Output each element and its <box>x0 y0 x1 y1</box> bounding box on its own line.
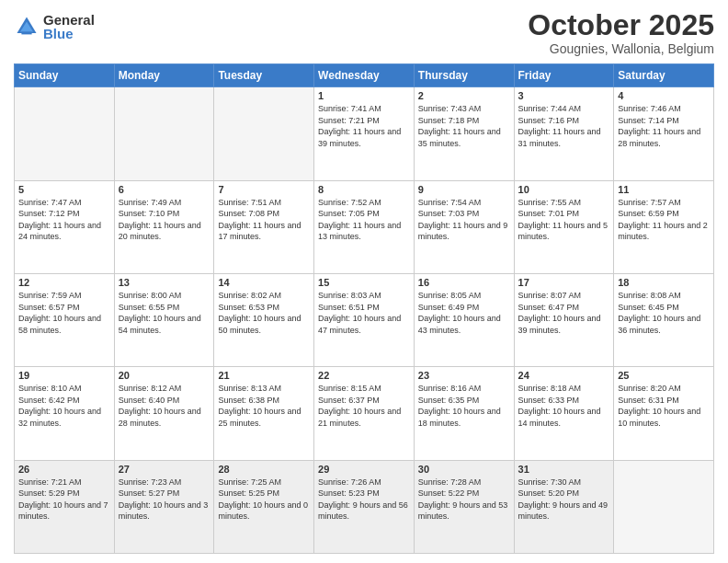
day-info: Sunrise: 8:02 AMSunset: 6:53 PMDaylight:… <box>218 290 310 336</box>
day-number: 27 <box>119 464 210 475</box>
day-number: 15 <box>318 277 410 288</box>
logo-general: General <box>43 13 95 27</box>
table-row: 2Sunrise: 7:43 AMSunset: 7:18 PMDaylight… <box>414 87 514 180</box>
day-info: Sunrise: 7:44 AMSunset: 7:16 PMDaylight:… <box>518 103 610 149</box>
col-wednesday: Wednesday <box>314 64 415 87</box>
day-info: Sunrise: 8:20 AMSunset: 6:31 PMDaylight:… <box>618 383 710 429</box>
logo-blue: Blue <box>43 27 95 40</box>
day-number: 4 <box>618 90 710 101</box>
day-info: Sunrise: 7:28 AMSunset: 5:22 PMDaylight:… <box>418 477 510 523</box>
day-number: 13 <box>119 277 210 288</box>
day-info: Sunrise: 8:03 AMSunset: 6:51 PMDaylight:… <box>318 290 410 336</box>
month-title: October 2025 <box>528 9 714 41</box>
table-row: 25Sunrise: 8:20 AMSunset: 6:31 PMDayligh… <box>614 367 714 460</box>
table-row: 13Sunrise: 8:00 AMSunset: 6:55 PMDayligh… <box>114 273 214 366</box>
calendar-header-row: Sunday Monday Tuesday Wednesday Thursday… <box>15 64 714 87</box>
table-row: 9Sunrise: 7:54 AMSunset: 7:03 PMDaylight… <box>414 180 514 273</box>
day-number: 14 <box>218 277 310 288</box>
day-number: 22 <box>318 370 410 381</box>
day-number: 9 <box>418 184 510 195</box>
page: General Blue October 2025 Gougnies, Wall… <box>0 0 728 563</box>
day-number: 3 <box>518 90 610 101</box>
day-number: 30 <box>418 464 510 475</box>
day-info: Sunrise: 8:13 AMSunset: 6:38 PMDaylight:… <box>218 383 310 429</box>
logo-icon <box>14 14 40 40</box>
location: Gougnies, Wallonia, Belgium <box>528 41 714 56</box>
col-tuesday: Tuesday <box>214 64 314 87</box>
table-row: 27Sunrise: 7:23 AMSunset: 5:27 PMDayligh… <box>114 460 214 553</box>
table-row <box>214 87 314 180</box>
day-info: Sunrise: 8:00 AMSunset: 6:55 PMDaylight:… <box>119 290 210 336</box>
day-number: 2 <box>418 90 510 101</box>
day-number: 1 <box>318 90 410 101</box>
day-number: 29 <box>318 464 410 475</box>
table-row: 16Sunrise: 8:05 AMSunset: 6:49 PMDayligh… <box>414 273 514 366</box>
table-row <box>114 87 214 180</box>
day-info: Sunrise: 7:51 AMSunset: 7:08 PMDaylight:… <box>218 197 310 243</box>
table-row: 22Sunrise: 8:15 AMSunset: 6:37 PMDayligh… <box>314 367 415 460</box>
day-number: 17 <box>518 277 610 288</box>
day-info: Sunrise: 7:41 AMSunset: 7:21 PMDaylight:… <box>318 103 410 149</box>
col-friday: Friday <box>514 64 614 87</box>
table-row: 21Sunrise: 8:13 AMSunset: 6:38 PMDayligh… <box>214 367 314 460</box>
day-number: 11 <box>618 184 710 195</box>
table-row <box>15 87 115 180</box>
day-number: 20 <box>119 370 210 381</box>
day-info: Sunrise: 7:52 AMSunset: 7:05 PMDaylight:… <box>318 197 410 243</box>
table-row: 31Sunrise: 7:30 AMSunset: 5:20 PMDayligh… <box>514 460 614 553</box>
table-row: 29Sunrise: 7:26 AMSunset: 5:23 PMDayligh… <box>314 460 415 553</box>
table-row: 23Sunrise: 8:16 AMSunset: 6:35 PMDayligh… <box>414 367 514 460</box>
day-info: Sunrise: 7:59 AMSunset: 6:57 PMDaylight:… <box>18 290 110 336</box>
title-block: October 2025 Gougnies, Wallonia, Belgium <box>528 9 714 56</box>
table-row: 15Sunrise: 8:03 AMSunset: 6:51 PMDayligh… <box>314 273 415 366</box>
table-row: 5Sunrise: 7:47 AMSunset: 7:12 PMDaylight… <box>15 180 115 273</box>
day-number: 8 <box>318 184 410 195</box>
day-info: Sunrise: 8:08 AMSunset: 6:45 PMDaylight:… <box>618 290 710 336</box>
day-info: Sunrise: 8:18 AMSunset: 6:33 PMDaylight:… <box>518 383 610 429</box>
day-number: 24 <box>518 370 610 381</box>
day-number: 10 <box>518 184 610 195</box>
col-monday: Monday <box>114 64 214 87</box>
day-info: Sunrise: 8:07 AMSunset: 6:47 PMDaylight:… <box>518 290 610 336</box>
table-row <box>614 460 714 553</box>
table-row: 14Sunrise: 8:02 AMSunset: 6:53 PMDayligh… <box>214 273 314 366</box>
calendar-table: Sunday Monday Tuesday Wednesday Thursday… <box>14 63 714 554</box>
table-row: 4Sunrise: 7:46 AMSunset: 7:14 PMDaylight… <box>614 87 714 180</box>
day-number: 5 <box>18 184 110 195</box>
day-info: Sunrise: 7:25 AMSunset: 5:25 PMDaylight:… <box>218 477 310 523</box>
col-thursday: Thursday <box>414 64 514 87</box>
day-number: 19 <box>18 370 110 381</box>
day-number: 12 <box>18 277 110 288</box>
col-sunday: Sunday <box>15 64 115 87</box>
table-row: 1Sunrise: 7:41 AMSunset: 7:21 PMDaylight… <box>314 87 415 180</box>
table-row: 18Sunrise: 8:08 AMSunset: 6:45 PMDayligh… <box>614 273 714 366</box>
table-row: 10Sunrise: 7:55 AMSunset: 7:01 PMDayligh… <box>514 180 614 273</box>
table-row: 8Sunrise: 7:52 AMSunset: 7:05 PMDaylight… <box>314 180 415 273</box>
day-info: Sunrise: 8:05 AMSunset: 6:49 PMDaylight:… <box>418 290 510 336</box>
day-number: 6 <box>119 184 210 195</box>
day-info: Sunrise: 7:46 AMSunset: 7:14 PMDaylight:… <box>618 103 710 149</box>
day-number: 23 <box>418 370 510 381</box>
day-info: Sunrise: 8:12 AMSunset: 6:40 PMDaylight:… <box>119 383 210 429</box>
day-number: 7 <box>218 184 310 195</box>
table-row: 28Sunrise: 7:25 AMSunset: 5:25 PMDayligh… <box>214 460 314 553</box>
table-row: 26Sunrise: 7:21 AMSunset: 5:29 PMDayligh… <box>15 460 115 553</box>
svg-rect-2 <box>21 32 31 35</box>
day-number: 18 <box>618 277 710 288</box>
day-number: 28 <box>218 464 310 475</box>
table-row: 3Sunrise: 7:44 AMSunset: 7:16 PMDaylight… <box>514 87 614 180</box>
logo: General Blue <box>14 13 95 40</box>
table-row: 24Sunrise: 8:18 AMSunset: 6:33 PMDayligh… <box>514 367 614 460</box>
table-row: 17Sunrise: 8:07 AMSunset: 6:47 PMDayligh… <box>514 273 614 366</box>
table-row: 6Sunrise: 7:49 AMSunset: 7:10 PMDaylight… <box>114 180 214 273</box>
table-row: 20Sunrise: 8:12 AMSunset: 6:40 PMDayligh… <box>114 367 214 460</box>
header: General Blue October 2025 Gougnies, Wall… <box>14 9 714 56</box>
day-info: Sunrise: 7:49 AMSunset: 7:10 PMDaylight:… <box>119 197 210 243</box>
day-number: 21 <box>218 370 310 381</box>
day-info: Sunrise: 7:21 AMSunset: 5:29 PMDaylight:… <box>18 477 110 523</box>
day-info: Sunrise: 7:43 AMSunset: 7:18 PMDaylight:… <box>418 103 510 149</box>
day-info: Sunrise: 8:10 AMSunset: 6:42 PMDaylight:… <box>18 383 110 429</box>
day-info: Sunrise: 8:15 AMSunset: 6:37 PMDaylight:… <box>318 383 410 429</box>
day-info: Sunrise: 7:26 AMSunset: 5:23 PMDaylight:… <box>318 477 410 523</box>
table-row: 12Sunrise: 7:59 AMSunset: 6:57 PMDayligh… <box>15 273 115 366</box>
